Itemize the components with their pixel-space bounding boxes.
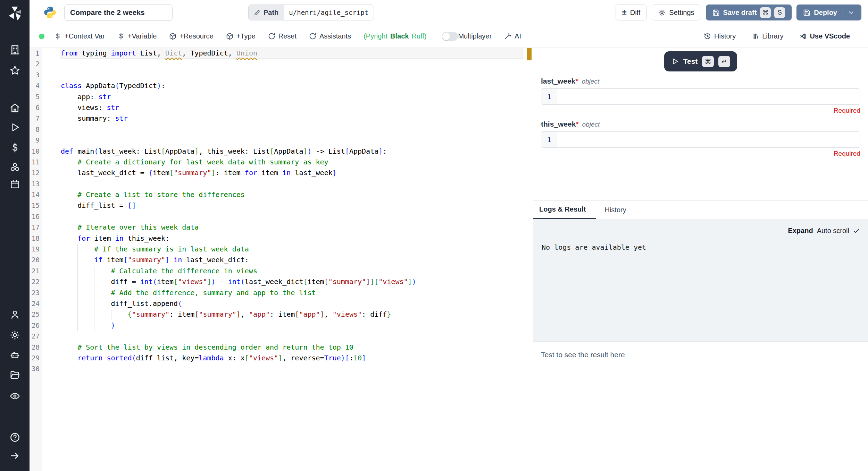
path-label: Path <box>249 5 284 20</box>
code-line-20[interactable]: 20 if item["summary"] in last_week_dict: <box>30 255 524 265</box>
json-input-area[interactable] <box>557 89 860 104</box>
sidebar-item-calendar[interactable] <box>0 177 30 192</box>
code-line-content: def main(last_week: List[AppData], this_… <box>61 146 524 157</box>
sidebar-item-dollar[interactable] <box>0 140 30 155</box>
code-line-29[interactable]: 29 return sorted(diff_list, key=lambda x… <box>30 353 524 363</box>
play-icon <box>10 122 20 132</box>
code-line-10[interactable]: 10def main(last_week: List[AppData], thi… <box>30 146 524 157</box>
diff-label: Diff <box>630 9 641 17</box>
sidebar-item-star[interactable] <box>0 63 30 78</box>
arg-name: this_week <box>541 120 576 128</box>
linters-status[interactable]: (Pyright Black Ruff) <box>364 32 426 40</box>
code-line-2[interactable]: 2 <box>30 59 524 69</box>
code-line-30[interactable]: 30 <box>30 363 524 374</box>
settings-button[interactable]: Settings <box>652 5 701 20</box>
code-line-26[interactable]: 26 ) <box>30 320 524 331</box>
arg-input-this-week[interactable]: 1 <box>541 131 860 148</box>
play-icon <box>671 58 679 65</box>
chevron-down-icon[interactable] <box>848 9 855 16</box>
sidebar-item-user[interactable] <box>0 307 30 322</box>
arg-input-last-week[interactable]: 1 <box>541 88 860 105</box>
code-line-3[interactable]: 3 <box>30 70 524 80</box>
ai-button[interactable]: AI <box>504 32 521 40</box>
expand-button[interactable]: Expand <box>788 227 813 235</box>
code-line-content <box>61 363 524 374</box>
code-line-1[interactable]: 1from typing import List, Dict, TypedDic… <box>30 48 524 59</box>
code-line-4[interactable]: 4class AppData(TypedDict): <box>30 80 524 91</box>
sidebar-item-home[interactable] <box>0 100 30 115</box>
script-title-input[interactable]: Compare the 2 weeks <box>64 4 173 21</box>
sidebar-item-building[interactable] <box>0 42 30 57</box>
multiplayer-label[interactable]: Multiplayer <box>458 32 492 40</box>
path-value-input[interactable]: u/henri/agile_script <box>284 5 374 20</box>
test-button[interactable]: Test ⌘ ↵ <box>664 51 737 71</box>
code-line-11[interactable]: 11 # Create a dictionary for last_week d… <box>30 157 524 168</box>
add-resource-button[interactable]: +Resource <box>169 32 213 40</box>
multiplayer-toggle[interactable] <box>442 32 458 41</box>
code-line-23[interactable]: 23 # Add the difference, summary and app… <box>30 288 524 298</box>
sidebar-item-help-circle[interactable] <box>0 430 30 445</box>
history-button[interactable]: History <box>704 32 736 40</box>
arg-last-week: last_week * object 1 Required <box>541 77 860 114</box>
code-line-9[interactable]: 9 <box>30 135 524 146</box>
code-line-content: return sorted(diff_list, key=lambda x: x… <box>61 353 524 363</box>
vscode-icon <box>799 33 807 40</box>
enter-key-badge: ↵ <box>718 56 730 67</box>
line-number: 14 <box>30 189 42 200</box>
code-line-12[interactable]: 12 last_week_dict = {item["summary"]: it… <box>30 168 524 178</box>
json-input-area[interactable] <box>557 132 860 147</box>
add-type-button[interactable]: +Type <box>226 32 256 40</box>
tab-history[interactable]: History <box>596 201 634 219</box>
add-context-var-button[interactable]: +Context Var <box>54 32 105 40</box>
line-number: 15 <box>30 200 42 211</box>
code-line-13[interactable]: 13 <box>30 179 524 189</box>
code-line-8[interactable]: 8 <box>30 124 524 135</box>
deploy-button[interactable]: Deploy <box>796 5 861 20</box>
code-line-15[interactable]: 15 diff_list = [] <box>30 200 524 211</box>
sidebar-item-gear[interactable] <box>0 327 30 343</box>
sidebar-item-robot[interactable] <box>0 348 30 363</box>
code-editor[interactable]: 1from typing import List, Dict, TypedDic… <box>30 48 533 471</box>
code-line-24[interactable]: 24 diff_list.append( <box>30 298 524 309</box>
code-line-14[interactable]: 14 # Create a list to store the differen… <box>30 189 524 200</box>
code-area[interactable]: 1from typing import List, Dict, TypedDic… <box>30 48 524 471</box>
diff-button[interactable]: ± Diff <box>616 5 647 20</box>
code-line-22[interactable]: 22 diff = int(item["views"]) - int(last_… <box>30 276 524 287</box>
code-line-6[interactable]: 6 views: str <box>30 102 524 113</box>
code-line-21[interactable]: 21 # Calculate the difference in views <box>30 266 524 276</box>
arg-header: this_week * object <box>541 120 860 128</box>
use-vscode-button[interactable]: Use VScode <box>799 32 850 40</box>
sidebar-item-play[interactable] <box>0 120 30 135</box>
logs-panel: Expand Auto scroll No logs are available… <box>533 219 868 341</box>
reset-button[interactable]: Reset <box>268 32 297 40</box>
sidebar-item-arrow-right[interactable] <box>0 448 30 463</box>
code-line-18[interactable]: 18 for item in this_week: <box>30 233 524 244</box>
line-number: 1 <box>541 132 557 147</box>
windmill-logo-icon[interactable] <box>7 5 23 20</box>
sidebar-item-boxes[interactable] <box>0 160 30 175</box>
add-variable-button[interactable]: +Variable <box>117 32 157 40</box>
code-line-content: last_week_dict = {item["summary"]: item … <box>61 168 524 178</box>
code-line-28[interactable]: 28 # Sort the list by views in descendin… <box>30 342 524 353</box>
code-line-16[interactable]: 16 <box>30 211 524 222</box>
s-key-badge: S <box>774 7 785 18</box>
sidebar-item-folder-open[interactable] <box>0 368 30 383</box>
code-line-7[interactable]: 7 summary: str <box>30 113 524 124</box>
code-line-25[interactable]: 25 {"summary": item["summary"], "app": i… <box>30 309 524 320</box>
sidebar-item-eye[interactable] <box>0 388 30 404</box>
library-button[interactable]: Library <box>752 32 783 40</box>
code-line-17[interactable]: 17 # Iterate over this_week data <box>30 222 524 233</box>
save-draft-button[interactable]: Save draft ⌘ S <box>706 5 792 20</box>
line-number: 16 <box>30 211 42 222</box>
code-line-19[interactable]: 19 # If the summary is in last_week data <box>30 244 524 255</box>
code-line-27[interactable]: 27 <box>30 331 524 342</box>
result-panel: Test to see the result here <box>533 341 868 471</box>
dollar-icon <box>54 33 61 40</box>
code-line-5[interactable]: 5 app: str <box>30 92 524 102</box>
package-icon <box>169 33 176 40</box>
autoscroll-toggle[interactable]: Auto scroll <box>817 227 849 235</box>
assistants-button[interactable]: Assistants <box>309 32 351 40</box>
toolbar-divider <box>30 48 868 48</box>
tab-logs-result[interactable]: Logs & Result <box>533 201 596 219</box>
plus-minus-icon: ± <box>622 8 627 17</box>
